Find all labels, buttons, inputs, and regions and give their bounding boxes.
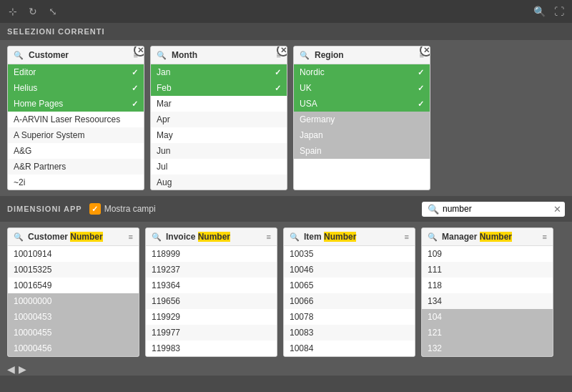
item-number-title: Item Number [304, 232, 403, 242]
region-search-icon: 🔍 [300, 51, 310, 60]
list-item[interactable]: Nordic ✓ [294, 64, 430, 80]
list-item[interactable]: 10065 [284, 278, 415, 293]
scroll-left-button[interactable]: ◀ [7, 363, 15, 375]
list-item[interactable]: Jan ✓ [151, 64, 287, 80]
list-item[interactable]: A-ARVIN Laser Resoources [8, 112, 144, 127]
invoice-number-panel: 🔍 Invoice Number ≡ 118999 119237 119364 … [145, 227, 277, 357]
item-number-search-icon: 🔍 [290, 232, 300, 242]
checkmark-icon: ✓ [275, 68, 281, 77]
invoice-number-search-icon: 🔍 [152, 232, 162, 242]
customer-close-button[interactable]: ✕ [134, 46, 144, 57]
list-item[interactable]: UK ✓ [294, 80, 430, 96]
list-item[interactable]: Aug [151, 175, 287, 190]
list-item[interactable]: 111 [422, 262, 553, 278]
item-number-list-icon[interactable]: ≡ [405, 232, 409, 241]
list-item[interactable]: 10035 [284, 246, 415, 262]
toolbar: ⊹ ↻ ⤡ 🔍 ⛶ [0, 0, 572, 23]
list-item[interactable]: 119929 [146, 309, 277, 325]
region-panel-header: 🔍 Region ≡ [294, 46, 430, 64]
number-search-bar[interactable]: 🔍 ✕ [422, 202, 565, 217]
list-item[interactable]: Editor ✓ [8, 64, 144, 80]
dimensions-bar: DIMENSIONI APP ✓ Mostra campi 🔍 ✕ [0, 196, 572, 222]
list-item[interactable]: Apr [151, 112, 287, 127]
bottom-panels-area: 🔍 Customer Number ≡ 10010914 10015325 10… [0, 222, 572, 363]
item-number-panel: 🔍 Item Number ≡ 10035 10046 10065 10066 … [283, 227, 415, 357]
list-item[interactable]: 119656 [146, 293, 277, 309]
scroll-right-button[interactable]: ▶ [19, 363, 26, 375]
list-item[interactable]: Home Pages ✓ [8, 96, 144, 112]
list-item[interactable]: 119983 [146, 340, 277, 356]
list-item[interactable]: 10000455 [8, 325, 139, 340]
list-item[interactable]: 10066 [284, 293, 415, 309]
list-item[interactable]: 104 [422, 309, 553, 325]
list-item[interactable]: 10016549 [8, 278, 139, 293]
mostra-campi-checkbox[interactable]: ✓ [89, 203, 101, 215]
list-item[interactable]: 10000456 [8, 340, 139, 356]
checkmark-icon: ✓ [418, 68, 424, 77]
list-item[interactable]: Spain [294, 143, 430, 159]
selezioni-label: SELEZIONI CORRENTI [0, 23, 572, 40]
mostra-campi-container[interactable]: ✓ Mostra campi [89, 203, 156, 215]
list-item[interactable]: Jul [151, 159, 287, 175]
manager-number-list-icon[interactable]: ≡ [543, 232, 547, 241]
invoice-number-list-icon[interactable]: ≡ [267, 232, 271, 241]
item-number-header: 🔍 Item Number ≡ [284, 228, 415, 246]
list-item[interactable]: 109 [422, 246, 553, 262]
list-item[interactable]: A&G [8, 143, 144, 159]
list-item[interactable]: 119237 [146, 262, 277, 278]
clear-search-button[interactable]: ✕ [553, 204, 561, 215]
crop-icon[interactable]: ⊹ [6, 4, 20, 19]
list-item[interactable]: 119977 [146, 325, 277, 340]
month-panel-header: 🔍 Month ≡ [151, 46, 287, 64]
list-item[interactable]: 10015325 [8, 262, 139, 278]
top-panels-area: ✕ 🔍 Customer ≡ Editor ✓ Helius ✓ Home Pa… [0, 40, 572, 196]
checkbox-check-icon: ✓ [92, 205, 98, 214]
customer-panel: ✕ 🔍 Customer ≡ Editor ✓ Helius ✓ Home Pa… [7, 46, 144, 190]
list-item[interactable]: 10083 [284, 325, 415, 340]
customer-number-list-icon[interactable]: ≡ [129, 232, 133, 241]
rotate-icon[interactable]: ↻ [26, 4, 40, 19]
month-panel-items: Jan ✓ Feb ✓ Mar Apr May Jun Jul [151, 64, 287, 190]
list-item[interactable]: Mar [151, 96, 287, 112]
manager-number-panel: 🔍 Manager Number ≡ 109 111 118 134 104 1… [421, 227, 553, 357]
list-item[interactable]: Helius ✓ [8, 80, 144, 96]
list-item[interactable]: A Superior System [8, 127, 144, 143]
list-item[interactable]: 10084 [284, 340, 415, 356]
month-panel: ✕ 🔍 Month ≡ Jan ✓ Feb ✓ Mar Apr May [150, 46, 287, 190]
mostra-campi-label: Mostra campi [104, 204, 156, 214]
list-item[interactable]: 10000453 [8, 309, 139, 325]
manager-number-title: Manager Number [442, 232, 541, 242]
list-item[interactable]: USA ✓ [294, 96, 430, 112]
list-item[interactable]: Jun [151, 143, 287, 159]
list-item[interactable]: 132 [422, 340, 553, 356]
list-item[interactable]: Japan [294, 127, 430, 143]
search-toolbar-icon[interactable]: 🔍 [532, 4, 546, 19]
number-search-input[interactable] [443, 204, 550, 214]
list-item[interactable]: A&R Partners [8, 159, 144, 175]
list-item[interactable]: Feb ✓ [151, 80, 287, 96]
list-item[interactable]: Germany [294, 112, 430, 127]
highlight-number: Number [70, 232, 102, 242]
list-item[interactable]: 10010914 [8, 246, 139, 262]
list-item[interactable]: 134 [422, 293, 553, 309]
list-item[interactable]: 10046 [284, 262, 415, 278]
customer-panel-title: Customer [29, 50, 131, 60]
region-close-button[interactable]: ✕ [420, 46, 430, 57]
fullscreen-icon[interactable]: ⛶ [552, 4, 566, 19]
customer-number-search-icon: 🔍 [14, 232, 24, 242]
manager-number-header: 🔍 Manager Number ≡ [422, 228, 553, 246]
customer-number-title: Customer Number [28, 232, 127, 242]
list-item[interactable]: 10078 [284, 309, 415, 325]
expand-icon[interactable]: ⤡ [46, 4, 60, 19]
list-item[interactable]: 10000000 [8, 293, 139, 309]
month-close-button[interactable]: ✕ [277, 46, 287, 57]
list-item[interactable]: 121 [422, 325, 553, 340]
customer-panel-header: 🔍 Customer ≡ [8, 46, 144, 64]
customer-number-panel: 🔍 Customer Number ≡ 10010914 10015325 10… [7, 227, 139, 357]
list-item[interactable]: ~2i [8, 175, 144, 190]
list-item[interactable]: 118999 [146, 246, 277, 262]
list-item[interactable]: May [151, 127, 287, 143]
list-item[interactable]: 119364 [146, 278, 277, 293]
list-item[interactable]: 118 [422, 278, 553, 293]
scroll-bar: ◀ ▶ [0, 363, 572, 376]
